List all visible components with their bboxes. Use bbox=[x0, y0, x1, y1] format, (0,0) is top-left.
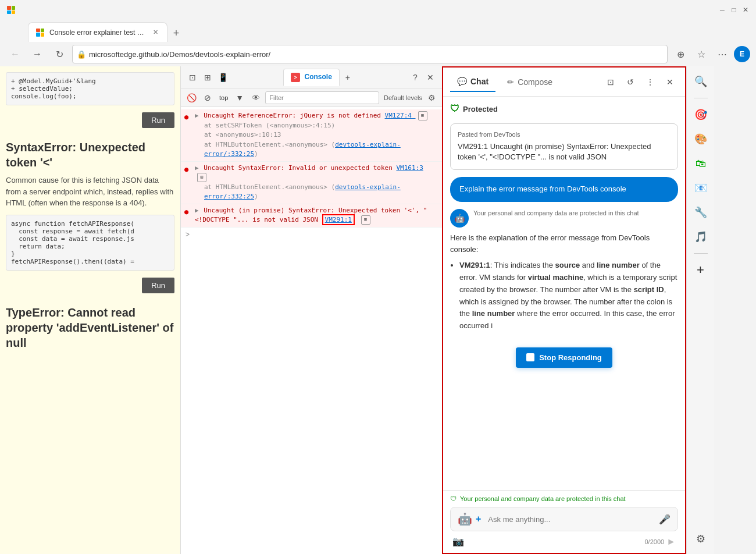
devtools-undock-button[interactable]: ⊞ bbox=[201, 70, 215, 84]
content-row: + @Model.MyGuid+'&lang + selectedValue; … bbox=[0, 66, 756, 554]
tools-sidebar-button[interactable]: 🔧 bbox=[690, 202, 711, 223]
vm-link-1[interactable]: VM127:4 bbox=[385, 112, 416, 119]
ai-vm-bold: VM291:1 bbox=[459, 261, 490, 269]
toolbar-right: ⊕ ☆ ⋯ E bbox=[671, 45, 750, 63]
chat-close-button[interactable]: ✕ bbox=[662, 74, 678, 90]
devtools-console-content: ● ▶ Uncaught ReferenceError: jQuery is n… bbox=[181, 107, 442, 554]
title-bar bbox=[0, 0, 756, 20]
error-text-1: Uncaught ReferenceError: jQuery is not d… bbox=[204, 112, 381, 119]
compose-tab[interactable]: ✏ Compose bbox=[500, 73, 559, 91]
tab-close-button[interactable]: ✕ bbox=[151, 28, 160, 37]
devtools-device-button[interactable]: 📱 bbox=[216, 70, 230, 84]
ai-line-number-bold: line number bbox=[597, 261, 640, 269]
top-label: top bbox=[217, 94, 230, 101]
chat-more-button[interactable]: ⋮ bbox=[642, 74, 658, 90]
read-aloud-button[interactable]: ⊕ bbox=[671, 45, 690, 63]
minimize-button[interactable] bbox=[719, 6, 726, 13]
ai-intro-text: Here is the explanation of the error mes… bbox=[450, 232, 678, 257]
spotify-sidebar-button[interactable]: 🎵 bbox=[690, 226, 711, 247]
error-icon-3: ● bbox=[184, 207, 188, 217]
window-close-button[interactable] bbox=[742, 6, 749, 13]
expand-arrow-1[interactable]: ▶ bbox=[195, 112, 199, 119]
collections-sidebar-button[interactable]: 🎨 bbox=[690, 129, 711, 150]
tab-console[interactable]: > Console bbox=[283, 69, 340, 86]
default-levels-settings[interactable]: ⚙ bbox=[425, 91, 438, 105]
filter-toggle-button[interactable]: ⊘ bbox=[201, 91, 215, 105]
address-bar: ← → ↻ 🔒 ⊕ ☆ ⋯ E bbox=[0, 42, 756, 66]
devtools-link-1[interactable]: devtools-explain-error/:332:25 bbox=[204, 141, 401, 158]
mail-sidebar-button[interactable]: 📧 bbox=[690, 177, 711, 198]
ai-bullet-1: VM291:1: This indicates the source and l… bbox=[459, 260, 678, 332]
error-sub-1a: at setCSRFToken (<anonymous>:4:15) bbox=[195, 121, 437, 131]
error-text-3: Uncaught (in promise) SyntaxError: Unexp… bbox=[195, 207, 427, 224]
copy-icon-1[interactable]: ⊞ bbox=[418, 111, 427, 120]
add-topic-icon[interactable]: + bbox=[476, 514, 481, 524]
eye-button[interactable]: 👁 bbox=[249, 91, 263, 105]
top-dropdown-button[interactable]: ▼ bbox=[233, 91, 247, 105]
shopping-sidebar-button[interactable]: 🛍 bbox=[690, 153, 711, 174]
compose-icon: ✏ bbox=[507, 77, 514, 87]
address-input[interactable] bbox=[72, 45, 668, 63]
chat-refresh-button[interactable]: ↺ bbox=[622, 74, 639, 90]
default-levels-label: Default levels bbox=[384, 94, 422, 101]
settings-sidebar-button[interactable]: ⚙ bbox=[690, 528, 711, 549]
new-tab-button[interactable]: + bbox=[167, 24, 185, 42]
code-block-2: async function fetchAPIResponse( const r… bbox=[6, 215, 174, 271]
back-button[interactable]: ← bbox=[6, 45, 24, 63]
console-expand-arrow: > bbox=[181, 228, 442, 241]
ai-query-bubble: Explain the error message from DevTools … bbox=[450, 177, 678, 201]
vm-link-2[interactable]: VM161:3 bbox=[396, 164, 423, 172]
search-sidebar-button[interactable]: 🔍 bbox=[690, 71, 711, 92]
browser-tab-active[interactable]: Console error explainer test page ✕ bbox=[28, 22, 167, 42]
devtools-dock-button[interactable]: ⊡ bbox=[186, 70, 199, 84]
devtools-close-button[interactable]: ✕ bbox=[423, 70, 437, 84]
right-sidebar: 🔍 🎯 🎨 🛍 📧 🔧 🎵 + ⚙ bbox=[686, 66, 714, 554]
console-error-3: ● ▶ Uncaught (in promise) SyntaxError: U… bbox=[181, 204, 442, 228]
chat-tab[interactable]: 💬 Chat bbox=[450, 72, 495, 92]
browser-more-button[interactable]: ⋯ bbox=[713, 45, 732, 63]
filter-input[interactable] bbox=[265, 91, 379, 104]
maximize-button[interactable] bbox=[730, 6, 737, 13]
chat-input-field[interactable] bbox=[488, 515, 654, 524]
screenshot-button[interactable]: 📷 bbox=[452, 536, 464, 547]
chat-footer: 🛡 Your personal and company data are pro… bbox=[443, 490, 685, 553]
vm-link-3[interactable]: VM291:1 bbox=[325, 216, 352, 223]
refresh-button[interactable]: ↻ bbox=[50, 45, 69, 63]
microphone-button[interactable]: 🎤 bbox=[659, 514, 671, 525]
devtools-link-2[interactable]: devtools-explain-error/:332:25 bbox=[204, 183, 401, 201]
expand-arrow-2[interactable]: ▶ bbox=[195, 164, 199, 172]
protected-footer: 🛡 Your personal and company data are pro… bbox=[450, 495, 678, 502]
console-error-1: ● ▶ Uncaught ReferenceError: jQuery is n… bbox=[181, 109, 442, 162]
stop-responding-button[interactable]: Stop Responding bbox=[516, 347, 612, 368]
expand-arrow-3[interactable]: ▶ bbox=[195, 207, 199, 214]
clear-console-button[interactable]: 🚫 bbox=[184, 91, 198, 105]
ai-response-header: 🤖 Your personal and company data are pro… bbox=[450, 209, 678, 228]
add-sidebar-button[interactable]: + bbox=[690, 260, 711, 280]
expand-more-icon[interactable]: > bbox=[186, 230, 190, 239]
open-new-window-button[interactable]: ⊡ bbox=[602, 74, 619, 90]
chat-input-area: 🤖 + 🎤 bbox=[450, 507, 678, 531]
devtools-tab-bar: ⊡ ⊞ 📱 > Console + ? ✕ bbox=[181, 66, 442, 88]
send-button[interactable]: ► bbox=[666, 537, 676, 547]
pasted-label: Pasted from DevTools bbox=[458, 131, 671, 138]
vm-link-3-highlighted[interactable]: VM291:1 bbox=[322, 214, 355, 225]
run-button-1[interactable]: Run bbox=[142, 112, 174, 128]
copy-icon-2[interactable]: ⊞ bbox=[197, 173, 206, 182]
sidebar-divider-1 bbox=[694, 98, 708, 98]
chat-tab-label: Chat bbox=[470, 77, 488, 86]
copy-icon-3[interactable]: ⊞ bbox=[361, 215, 370, 225]
forward-button[interactable]: → bbox=[28, 45, 47, 63]
chat-header: 💬 Chat ✏ Compose ⊡ ↺ ⋮ ✕ bbox=[443, 68, 685, 97]
run-button-2[interactable]: Run bbox=[142, 278, 174, 293]
profile-button[interactable]: E bbox=[734, 46, 750, 62]
chat-input-left-icon: 🤖 + bbox=[458, 512, 481, 526]
chat-header-right: ⊡ ↺ ⋮ ✕ bbox=[602, 74, 678, 90]
favorites-sidebar-button[interactable]: 🎯 bbox=[690, 104, 711, 125]
stop-responding-label: Stop Responding bbox=[539, 353, 602, 362]
devtools-help-button[interactable]: ? bbox=[408, 70, 422, 84]
favorites-button[interactable]: ☆ bbox=[692, 45, 711, 63]
address-wrapper: 🔒 bbox=[72, 45, 668, 63]
protected-badge: 🛡 Protected bbox=[450, 104, 678, 114]
error-sub-1c: at HTMLButtonElement.<anonymous> (devtoo… bbox=[195, 140, 437, 159]
devtools-add-tab-button[interactable]: + bbox=[341, 70, 355, 84]
